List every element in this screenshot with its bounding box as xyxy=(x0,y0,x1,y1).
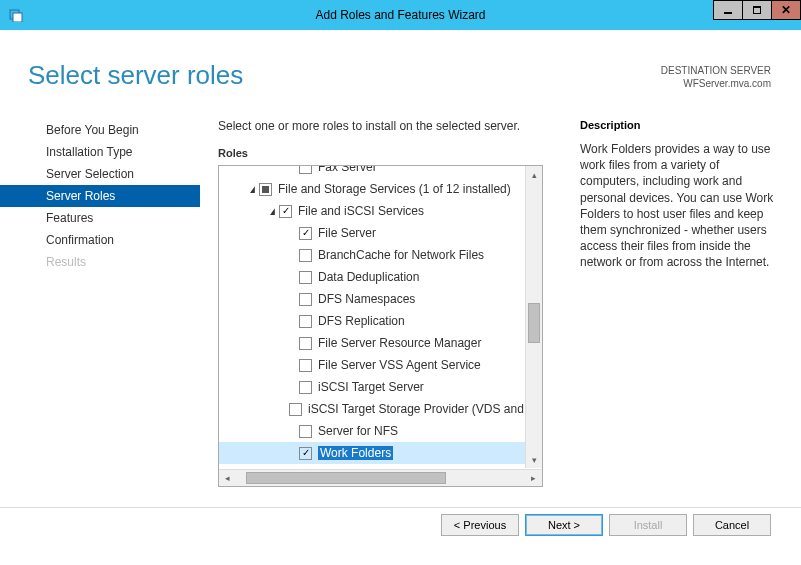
caret-spacer xyxy=(287,338,297,348)
nav-item-server-roles[interactable]: Server Roles xyxy=(0,185,200,207)
close-button[interactable]: ✕ xyxy=(771,0,801,20)
caret-spacer xyxy=(287,166,297,172)
roles-column: Select one or more roles to install on t… xyxy=(200,119,560,487)
role-row[interactable]: File Server xyxy=(219,222,542,244)
caret-open-icon[interactable]: ◢ xyxy=(269,206,276,216)
role-checkbox[interactable] xyxy=(259,183,272,196)
nav-item-installation-type[interactable]: Installation Type xyxy=(0,141,200,163)
page-title: Select server roles xyxy=(28,60,243,91)
minimize-button[interactable] xyxy=(713,0,743,20)
roles-listbox[interactable]: Fax Server◢File and Storage Services (1 … xyxy=(218,165,543,487)
vertical-scroll-thumb[interactable] xyxy=(528,303,540,343)
role-checkbox[interactable] xyxy=(299,249,312,262)
role-label: iSCSI Target Server xyxy=(318,380,424,394)
horizontal-scrollbar[interactable]: ◂ ▸ xyxy=(219,469,542,486)
caret-spacer xyxy=(287,448,297,458)
role-checkbox[interactable] xyxy=(279,205,292,218)
role-checkbox[interactable] xyxy=(299,359,312,372)
horizontal-scroll-thumb[interactable] xyxy=(246,472,446,484)
caret-open-icon[interactable]: ◢ xyxy=(249,184,256,194)
caret-spacer xyxy=(287,316,297,326)
wizard-footer: < Previous Next > Install Cancel xyxy=(0,507,801,535)
role-checkbox[interactable] xyxy=(299,425,312,438)
titlebar: Add Roles and Features Wizard ✕ xyxy=(0,0,801,30)
window-title: Add Roles and Features Wizard xyxy=(0,8,801,22)
caret-spacer xyxy=(287,426,297,436)
destination-label: DESTINATION SERVER xyxy=(661,64,771,77)
caret-spacer xyxy=(287,272,297,282)
content-area: Select server roles DESTINATION SERVER W… xyxy=(0,30,801,535)
role-row[interactable]: Fax Server xyxy=(219,166,542,178)
role-label: File Server Resource Manager xyxy=(318,336,481,350)
role-label: File Server VSS Agent Service xyxy=(318,358,481,372)
description-column: Description Work Folders provides a way … xyxy=(560,119,780,487)
role-label: File and Storage Services (1 of 12 insta… xyxy=(278,182,511,196)
role-row[interactable]: Storage Services (Installed) xyxy=(219,464,542,468)
role-checkbox[interactable] xyxy=(299,227,312,240)
role-checkbox[interactable] xyxy=(299,293,312,306)
role-label: Data Deduplication xyxy=(318,270,419,284)
role-label: File Server xyxy=(318,226,376,240)
nav-item-server-selection[interactable]: Server Selection xyxy=(0,163,200,185)
role-row[interactable]: File Server Resource Manager xyxy=(219,332,542,354)
role-row[interactable]: Server for NFS xyxy=(219,420,542,442)
scroll-up-button[interactable]: ▴ xyxy=(526,166,542,183)
role-checkbox[interactable] xyxy=(299,166,312,174)
caret-spacer xyxy=(287,228,297,238)
role-checkbox[interactable] xyxy=(299,447,312,460)
wizard-nav: Before You BeginInstallation TypeServer … xyxy=(0,119,200,487)
role-row[interactable]: iSCSI Target Server xyxy=(219,376,542,398)
role-checkbox[interactable] xyxy=(299,381,312,394)
previous-button[interactable]: < Previous xyxy=(441,514,519,536)
role-row[interactable]: DFS Namespaces xyxy=(219,288,542,310)
role-row[interactable]: Work Folders xyxy=(219,442,542,464)
role-label: DFS Replication xyxy=(318,314,405,328)
caret-spacer xyxy=(287,250,297,260)
nav-item-features[interactable]: Features xyxy=(0,207,200,229)
description-heading: Description xyxy=(580,119,780,131)
caret-spacer xyxy=(287,360,297,370)
scroll-right-button[interactable]: ▸ xyxy=(525,470,542,486)
caret-spacer xyxy=(287,382,297,392)
role-label: Work Folders xyxy=(318,446,393,460)
role-checkbox[interactable] xyxy=(299,315,312,328)
role-row[interactable]: iSCSI Target Storage Provider (VDS and V… xyxy=(219,398,542,420)
role-checkbox[interactable] xyxy=(299,271,312,284)
roles-heading: Roles xyxy=(218,147,560,159)
description-text: Work Folders provides a way to use work … xyxy=(580,141,780,271)
role-label: BranchCache for Network Files xyxy=(318,248,484,262)
role-row[interactable]: Data Deduplication xyxy=(219,266,542,288)
role-checkbox[interactable] xyxy=(289,403,302,416)
role-row[interactable]: BranchCache for Network Files xyxy=(219,244,542,266)
scroll-left-button[interactable]: ◂ xyxy=(219,470,236,486)
nav-item-results: Results xyxy=(0,251,200,273)
role-row[interactable]: File Server VSS Agent Service xyxy=(219,354,542,376)
nav-item-confirmation[interactable]: Confirmation xyxy=(0,229,200,251)
role-label: iSCSI Target Storage Provider (VDS and V… xyxy=(308,402,542,416)
role-label: Fax Server xyxy=(318,166,377,174)
nav-item-before-you-begin[interactable]: Before You Begin xyxy=(0,119,200,141)
role-row[interactable]: ◢File and Storage Services (1 of 12 inst… xyxy=(219,178,542,200)
role-label: DFS Namespaces xyxy=(318,292,415,306)
caret-spacer xyxy=(287,294,297,304)
scroll-down-button[interactable]: ▾ xyxy=(526,451,542,468)
next-button[interactable]: Next > xyxy=(525,514,603,536)
role-row[interactable]: DFS Replication xyxy=(219,310,542,332)
cancel-button[interactable]: Cancel xyxy=(693,514,771,536)
maximize-button[interactable] xyxy=(742,0,772,20)
role-label: Server for NFS xyxy=(318,424,398,438)
instruction-text: Select one or more roles to install on t… xyxy=(218,119,560,133)
vertical-scrollbar[interactable]: ▴ ▾ xyxy=(525,166,542,468)
role-label: File and iSCSI Services xyxy=(298,204,424,218)
destination-value: WFServer.mva.com xyxy=(661,77,771,90)
role-row[interactable]: ◢File and iSCSI Services xyxy=(219,200,542,222)
role-checkbox[interactable] xyxy=(299,337,312,350)
destination-block: DESTINATION SERVER WFServer.mva.com xyxy=(661,60,771,91)
install-button[interactable]: Install xyxy=(609,514,687,536)
